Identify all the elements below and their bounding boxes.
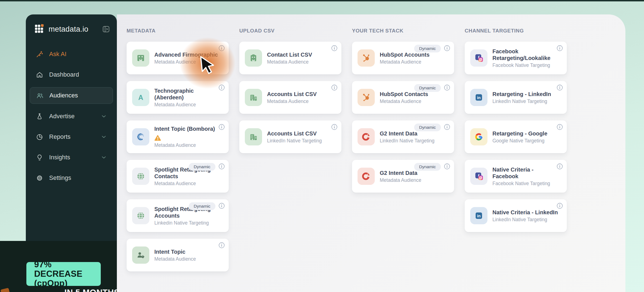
info-icon[interactable] bbox=[218, 84, 225, 91]
card-subtitle: LinkedIn Native Targeting bbox=[267, 138, 322, 144]
sidebar-item-settings[interactable]: Settings bbox=[30, 170, 113, 186]
info-icon[interactable] bbox=[444, 163, 450, 170]
dynamic-badge: Dynamic bbox=[189, 163, 215, 171]
svg-text:in: in bbox=[477, 95, 481, 100]
audience-card[interactable]: Dynamic Spotlight Retargeting ContactsMe… bbox=[127, 160, 229, 193]
card-title: Accounts List CSV bbox=[267, 130, 317, 137]
card-text: Accounts List CSVLinkedIn Native Targeti… bbox=[267, 130, 323, 144]
dynamic-badge: Dynamic bbox=[414, 124, 441, 131]
audience-card[interactable]: Intent TopicMetadata Audience bbox=[127, 239, 229, 271]
audience-card[interactable]: Accounts List CSVLinkedIn Native Targeti… bbox=[239, 120, 341, 153]
audience-card[interactable]: ATechnographic (Aberdeen)Metadata Audien… bbox=[127, 81, 229, 114]
promo-stat-badge: 97% DECREASE (cpOpp) bbox=[26, 262, 101, 286]
card-text: Native Criteria - LinkedInLinkedIn Nativ… bbox=[492, 209, 560, 223]
info-icon[interactable] bbox=[331, 84, 338, 91]
dynamic-badge: Dynamic bbox=[189, 202, 215, 210]
pie-chart-icon bbox=[36, 133, 43, 141]
info-icon[interactable] bbox=[444, 124, 450, 130]
info-icon[interactable] bbox=[218, 242, 225, 248]
audience-card[interactable]: Dynamic 2G2 Intent DataLinkedIn Native T… bbox=[352, 120, 454, 153]
card-subtitle: Linkedin Native Targeting bbox=[154, 220, 222, 226]
card-subtitle: Metadata Audience bbox=[154, 181, 222, 187]
card-text: Intent TopicMetadata Audience bbox=[154, 248, 198, 262]
buildings-icon bbox=[245, 128, 262, 145]
card-text: Technographic (Aberdeen)Metadata Audienc… bbox=[154, 87, 224, 108]
sidebar-item-audiences[interactable]: Audiences bbox=[30, 87, 113, 104]
card-subtitle: Metadata Audience bbox=[380, 59, 429, 65]
audience-card[interactable]: Retargeting - GoogleGoogle Native Target… bbox=[465, 120, 567, 153]
audience-card[interactable]: f Facebook Retargeting/LookalikeFacebook… bbox=[465, 42, 567, 74]
info-icon[interactable] bbox=[331, 45, 338, 51]
flask-icon bbox=[36, 113, 43, 120]
sidebar-item-dashboard[interactable]: Dashboard bbox=[30, 67, 113, 83]
card-text: Retargeting - GoogleGoogle Native Target… bbox=[492, 130, 549, 144]
card-subtitle: Metadata Audience bbox=[154, 142, 222, 148]
chevron-down-icon[interactable] bbox=[100, 134, 107, 140]
card-subtitle: Metadata Audience bbox=[154, 59, 218, 65]
card-text: G2 Intent DataMetadata Audience bbox=[380, 170, 423, 183]
sidebar-item-advertise[interactable]: Advertise bbox=[30, 108, 113, 124]
card-title: Technographic (Aberdeen) bbox=[154, 87, 222, 101]
google-icon bbox=[470, 128, 487, 145]
globe-icon bbox=[132, 207, 149, 224]
audience-card[interactable]: f Native Criteria - FacebookFacebook Nat… bbox=[465, 160, 567, 193]
sidebar-item-insights[interactable]: Insights bbox=[30, 149, 113, 165]
sidebar-item-reports[interactable]: Reports bbox=[30, 129, 113, 145]
column-header: CHANNEL TARGETING bbox=[465, 28, 567, 34]
info-icon[interactable] bbox=[557, 84, 563, 91]
card-subtitle: Metadata Audience bbox=[267, 59, 312, 65]
info-icon[interactable] bbox=[557, 163, 563, 170]
column-metadata: METADATA Advanced FirmographicMetadata A… bbox=[127, 28, 229, 271]
info-icon[interactable] bbox=[557, 124, 563, 130]
column-your-tech-stack: YOUR TECH STACKDynamic HubSpot AccountsM… bbox=[352, 28, 454, 193]
card-subtitle: Google Native Targeting bbox=[492, 138, 547, 144]
info-icon[interactable] bbox=[218, 45, 225, 51]
info-icon[interactable] bbox=[557, 45, 563, 51]
warning-icon bbox=[154, 135, 161, 141]
chevron-down-icon[interactable] bbox=[100, 154, 107, 161]
card-list: Dynamic HubSpot AccountsMetadata Audienc… bbox=[352, 42, 454, 193]
card-subtitle: Metadata Audience bbox=[380, 177, 421, 183]
audience-card[interactable]: inNative Criteria - LinkedInLinkedIn Nat… bbox=[465, 199, 567, 232]
home-icon bbox=[36, 71, 43, 79]
info-icon[interactable] bbox=[444, 45, 450, 51]
promo-stat-line2: (cpOpp) bbox=[34, 279, 101, 288]
card-title: G2 Intent Data bbox=[380, 130, 417, 137]
info-icon[interactable] bbox=[557, 203, 563, 209]
info-icon[interactable] bbox=[218, 163, 225, 170]
card-subtitle: LinkedIn Native Targeting bbox=[380, 138, 434, 144]
audience-card[interactable]: Dynamic 2G2 Intent DataMetadata Audience bbox=[352, 160, 454, 193]
audience-card[interactable]: Dynamic Spotlight Retargeting AccountsLi… bbox=[127, 199, 229, 232]
audience-card[interactable]: Intent Topic (Bombora)Metadata Audience bbox=[127, 120, 229, 153]
facebook-instagram-icon: f bbox=[470, 168, 487, 185]
card-list: f Facebook Retargeting/LookalikeFacebook… bbox=[465, 42, 567, 232]
sidebar-item-ask-ai[interactable]: Ask AI bbox=[30, 46, 113, 62]
brand-row: metadata.io bbox=[26, 14, 117, 34]
audience-card[interactable]: inRetargeting - LinkedInLinkedIn Native … bbox=[465, 81, 567, 114]
audience-card[interactable]: Advanced FirmographicMetadata Audience bbox=[127, 42, 229, 74]
promo-stat-line1: 97% DECREASE bbox=[34, 260, 101, 279]
info-icon[interactable] bbox=[331, 124, 338, 130]
svg-text:A: A bbox=[138, 94, 143, 101]
card-text: Facebook Retargeting/LookalikeFacebook N… bbox=[492, 48, 562, 68]
card-text: HubSpot AccountsMetadata Audience bbox=[380, 51, 431, 65]
info-icon[interactable] bbox=[444, 84, 450, 91]
info-icon[interactable] bbox=[218, 124, 225, 130]
card-title: Retargeting - LinkedIn bbox=[492, 91, 551, 97]
audience-card[interactable]: Contact List CSVMetadata Audience bbox=[239, 42, 341, 74]
hubspot-icon bbox=[358, 49, 375, 67]
card-subtitle: Metadata Audience bbox=[380, 99, 428, 104]
chevron-down-icon[interactable] bbox=[100, 113, 107, 120]
dynamic-badge: Dynamic bbox=[414, 163, 441, 171]
info-icon[interactable] bbox=[218, 203, 225, 209]
column-upload-csv: UPLOAD CSV Contact List CSVMetadata Audi… bbox=[239, 28, 341, 153]
sidebar-item-label: Reports bbox=[49, 133, 71, 140]
audience-card[interactable]: Accounts List CSVMetadata Audience bbox=[239, 81, 341, 114]
linkedin-icon: in bbox=[470, 89, 487, 106]
promo-caption: IN 5 MONTHS bbox=[64, 288, 120, 292]
audience-card[interactable]: Dynamic HubSpot ContactsMetadata Audienc… bbox=[352, 81, 454, 114]
audience-card[interactable]: Dynamic HubSpot AccountsMetadata Audienc… bbox=[352, 42, 454, 74]
card-subtitle: Metadata Audience bbox=[154, 256, 196, 262]
magic-wand-icon bbox=[36, 51, 43, 58]
sidebar-collapse-icon[interactable] bbox=[102, 25, 110, 33]
